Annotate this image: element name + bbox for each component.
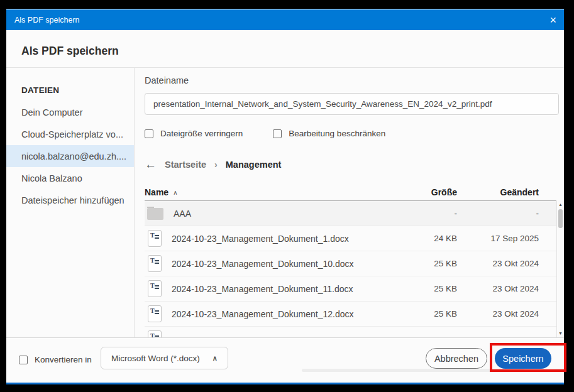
column-header-size[interactable]: Größe xyxy=(400,187,457,197)
save-as-pdf-dialog: Als PDF speichern × Als PDF speichern DA… xyxy=(6,9,564,384)
file-name-cell: AAA xyxy=(146,207,400,220)
file-name-cell: 2024-10-23_Management_Dokument_11.docx xyxy=(146,280,400,297)
docx-icon xyxy=(148,330,162,337)
checkbox-icon[interactable] xyxy=(273,129,282,138)
file-size: 25 KB xyxy=(400,284,457,293)
file-name-cell: 2024-10-23_Management_Dokument_12.docx xyxy=(146,305,400,322)
reduce-size-checkbox[interactable]: Dateigröße verringern xyxy=(145,129,243,138)
docx-icon xyxy=(148,280,162,297)
file-name: 2024-10-23_Management_Dokument_1.docx xyxy=(172,234,349,244)
save-button[interactable]: Speichern xyxy=(495,348,551,369)
sidebar-items: Dein Computer Cloud-Speicherplatz vo... … xyxy=(6,101,134,211)
file-name: AAA xyxy=(174,209,191,219)
breadcrumb: ← Startseite › Management xyxy=(145,158,281,170)
sort-asc-icon: ∧ xyxy=(173,189,177,196)
file-row[interactable] xyxy=(145,327,556,337)
sidebar-item-label: Dein Computer xyxy=(21,107,83,117)
files-sidebar: DATEIEN Dein Computer Cloud-Speicherplat… xyxy=(6,68,134,337)
main-panel: Dateiname Dateigröße verringern Bearbeit… xyxy=(135,68,564,337)
sidebar-item[interactable]: Cloud-Speicherplatz vo... xyxy=(6,123,134,145)
docx-icon xyxy=(148,305,162,322)
file-name: 2024-10-23_Management_Dokument_11.docx xyxy=(172,284,353,294)
table-header: Name ∧ Größe Geändert xyxy=(145,185,556,200)
file-name-cell: 2024-10-23_Management_Dokument_1.docx xyxy=(146,230,400,247)
filename-input[interactable] xyxy=(145,93,559,115)
chevron-right-icon: › xyxy=(214,160,218,170)
horizontal-scrollbar[interactable] xyxy=(302,369,525,372)
file-row[interactable]: 2024-10-23_Management_Dokument_10.docx 2… xyxy=(145,251,556,276)
folder-icon xyxy=(147,208,163,220)
convert-label: Konvertieren in xyxy=(35,355,92,364)
file-modified: - xyxy=(457,209,539,218)
scroll-up-icon[interactable]: ▲ xyxy=(557,202,564,208)
file-name-cell xyxy=(146,330,400,337)
file-name-cell: 2024-10-23_Management_Dokument_10.docx xyxy=(146,255,400,272)
close-icon[interactable]: × xyxy=(540,14,556,26)
docx-icon xyxy=(148,230,162,247)
footer: Konvertieren in Microsoft Word (*.docx) … xyxy=(6,338,564,383)
chevron-up-icon: ∧ xyxy=(212,354,218,362)
file-name: 2024-10-23_Management_Dokument_12.docx xyxy=(172,309,354,319)
file-row[interactable]: 2024-10-23_Management_Dokument_12.docx 2… xyxy=(145,302,556,327)
file-row[interactable]: 2024-10-23_Management_Dokument_11.docx 2… xyxy=(145,276,556,302)
checkbox-icon[interactable] xyxy=(19,356,28,364)
name-column-label: Name xyxy=(145,187,168,197)
file-modified: 23 Okt 2024 xyxy=(457,259,539,268)
sidebar-item[interactable]: Dein Computer xyxy=(6,101,134,123)
column-header-name[interactable]: Name ∧ xyxy=(145,187,400,197)
file-row[interactable]: 2024-10-23_Management_Dokument_1.docx 24… xyxy=(145,226,556,251)
filename-label: Dateiname xyxy=(145,75,189,85)
file-list: AAA - - 2024-10-23_Management_Dokument_1… xyxy=(145,201,556,337)
sidebar-item[interactable]: Dateispeicher hinzufügen xyxy=(6,189,134,211)
convert-checkbox[interactable]: Konvertieren in xyxy=(19,355,92,364)
column-header-modified[interactable]: Geändert xyxy=(457,187,539,197)
format-dropdown[interactable]: Microsoft Word (*.docx) ∧ xyxy=(101,347,228,369)
file-size: - xyxy=(400,209,457,218)
scroll-down-icon[interactable]: ▼ xyxy=(557,330,564,337)
sidebar-item[interactable]: nicola.balzano@edu.zh.... xyxy=(6,145,134,167)
checkbox-icon[interactable] xyxy=(145,129,153,138)
sidebar-item[interactable]: Nicola Balzano xyxy=(6,167,134,189)
sidebar-item-label: Dateispeicher hinzufügen xyxy=(21,195,124,205)
sidebar-item-label: nicola.balzano@edu.zh.... xyxy=(21,151,126,161)
sidebar-item-label: Nicola Balzano xyxy=(21,173,82,183)
format-dropdown-value: Microsoft Word (*.docx) xyxy=(111,354,200,363)
scrollbar-thumb[interactable] xyxy=(558,209,563,228)
file-modified: 23 Okt 2024 xyxy=(457,284,539,293)
window-title: Als PDF speichern xyxy=(14,16,540,24)
cancel-button[interactable]: Abbrechen xyxy=(426,348,487,369)
file-name: 2024-10-23_Management_Dokument_10.docx xyxy=(172,259,354,269)
file-size: 24 KB xyxy=(400,234,457,243)
file-modified: 23 Okt 2024 xyxy=(457,309,539,318)
file-modified: 17 Sep 2025 xyxy=(457,234,539,243)
reduce-size-label: Dateigröße verringern xyxy=(160,129,243,138)
desktop-backdrop: { "window": { "titlebar": { "title": "Al… xyxy=(0,0,574,392)
breadcrumb-current: Management xyxy=(226,160,282,170)
pdf-options: Dateigröße verringern Bearbeitung beschr… xyxy=(145,129,385,138)
file-row[interactable]: AAA - - xyxy=(145,201,556,226)
sidebar-item-label: Cloud-Speicherplatz vo... xyxy=(21,129,123,139)
docx-icon xyxy=(148,255,162,272)
titlebar: Als PDF speichern × xyxy=(6,9,564,30)
restrict-editing-label: Bearbeitung beschränken xyxy=(289,129,385,138)
back-arrow-icon[interactable]: ← xyxy=(145,158,157,170)
breadcrumb-root[interactable]: Startseite xyxy=(165,160,206,170)
file-size: 25 KB xyxy=(400,309,457,318)
dialog-heading: Als PDF speichern xyxy=(21,45,119,58)
sidebar-section-label: DATEIEN xyxy=(6,79,134,101)
restrict-editing-checkbox[interactable]: Bearbeitung beschränken xyxy=(273,129,385,138)
vertical-scrollbar[interactable]: ▲ ▼ xyxy=(556,201,564,337)
file-size: 25 KB xyxy=(400,259,457,268)
